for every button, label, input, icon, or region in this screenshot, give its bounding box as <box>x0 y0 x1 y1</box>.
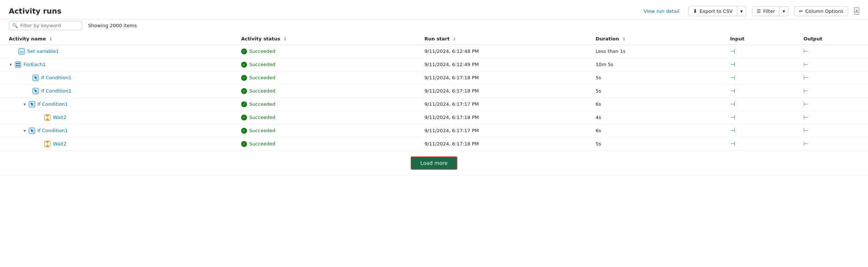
ifcondition-icon <box>32 75 39 81</box>
output-icon[interactable]: ⊢ <box>803 114 809 121</box>
svg-text:(x): (x) <box>20 50 23 54</box>
succeeded-icon: ✓ <box>241 75 247 81</box>
svg-rect-5 <box>16 65 18 66</box>
ifcondition-icon <box>29 127 35 134</box>
duration-cell: 5s <box>587 137 721 151</box>
search-icon: 🔍 <box>12 23 18 28</box>
column-options-icon: ✏ <box>799 8 803 14</box>
run-start-cell: 9/11/2024, 6:17:17 PM <box>416 98 587 111</box>
succeeded-icon: ✓ <box>241 141 247 147</box>
activity-name-cell: If Condition1 <box>0 84 232 98</box>
status-label: Succeeded <box>249 141 275 147</box>
output-icon[interactable]: ⊢ <box>803 48 809 55</box>
input-icon[interactable]: ⊣ <box>730 114 735 121</box>
chevron-down-icon: ▾ <box>782 8 785 14</box>
activity-name-label[interactable]: If Condition1 <box>41 75 72 80</box>
output-icon[interactable]: ⊢ <box>803 74 809 81</box>
input-icon[interactable]: ⊣ <box>730 127 735 134</box>
sort-icon[interactable]: ↕ <box>453 37 456 42</box>
run-start-cell: 9/11/2024, 6:17:18 PM <box>416 71 587 84</box>
output-cell: ⊢ <box>795 111 868 124</box>
input-icon[interactable]: ⊣ <box>730 101 735 108</box>
foreach-icon <box>15 61 21 68</box>
input-icon[interactable]: ⊣ <box>730 74 735 81</box>
activity-status-cell: ✓ Succeeded <box>232 111 416 124</box>
load-more-row: Load more <box>0 151 868 176</box>
run-start-cell: 9/11/2024, 6:17:17 PM <box>416 124 587 137</box>
output-icon[interactable]: ⊢ <box>803 140 809 147</box>
expand-collapse-button[interactable]: ▾ <box>23 127 26 134</box>
input-icon[interactable]: ⊣ <box>730 140 735 147</box>
input-cell: ⊣ <box>721 137 795 151</box>
svg-rect-6 <box>18 65 20 66</box>
sort-icon[interactable]: ↕ <box>622 37 625 42</box>
output-icon[interactable]: ⊢ <box>803 61 809 68</box>
run-start-cell: 9/11/2024, 6:17:18 PM <box>416 137 587 151</box>
panel-header: Activity runs View run detail ⬇ Export t… <box>0 0 868 19</box>
activity-name-cell: (x) Set variable1 <box>0 45 232 58</box>
col-header-output: Output <box>795 33 868 45</box>
activity-name-label[interactable]: If Condition1 <box>41 88 72 94</box>
input-icon[interactable]: ⊣ <box>730 87 735 94</box>
load-more-button[interactable]: Load more <box>411 156 457 170</box>
expand-collapse-button[interactable]: ▾ <box>9 61 12 68</box>
activity-name-label[interactable]: Wait2 <box>53 141 66 147</box>
duration-cell: Less than 1s <box>587 45 721 58</box>
activity-name-label[interactable]: Set variable1 <box>27 48 59 54</box>
duration-cell: 4s <box>587 111 721 124</box>
ifcondition-icon <box>29 101 35 108</box>
input-cell: ⊣ <box>721 45 795 58</box>
status-label: Succeeded <box>249 115 275 120</box>
sort-icon[interactable]: ↕ <box>49 37 52 42</box>
activity-name-label[interactable]: ForEach1 <box>23 62 46 67</box>
activity-status-cell: ✓ Succeeded <box>232 58 416 71</box>
filter-icon: ☰ <box>757 8 761 14</box>
expand-collapse-button[interactable]: ▾ <box>23 101 26 108</box>
status-label: Succeeded <box>249 88 275 94</box>
setvariable-icon: (x) <box>18 48 25 55</box>
input-icon[interactable]: ⊣ <box>730 61 735 68</box>
table-row: ▾ ForEach1 ✓ Succeeded 9/11/2024, 6:12:4… <box>0 58 868 71</box>
activity-runs-panel: Activity runs View run detail ⬇ Export t… <box>0 0 868 267</box>
input-cell: ⊣ <box>721 111 795 124</box>
table-header-row: Activity name ↕ Activity status ↕ Run st… <box>0 33 868 45</box>
activity-name-cell: Wait2 <box>0 111 232 124</box>
table-row: If Condition1 ✓ Succeeded 9/11/2024, 6:1… <box>0 71 868 84</box>
table-row: Wait2 ✓ Succeeded 9/11/2024, 6:17:18 PM4… <box>0 111 868 124</box>
activity-runs-table-container: Activity name ↕ Activity status ↕ Run st… <box>0 33 868 252</box>
export-csv-button[interactable]: ⬇ Export to CSV <box>689 6 737 16</box>
search-input[interactable] <box>20 23 79 28</box>
activity-name-label[interactable]: If Condition1 <box>37 128 68 133</box>
download-icon: ⬇ <box>693 8 697 14</box>
activity-name-cell: If Condition1 <box>0 71 232 84</box>
output-icon[interactable]: ⊢ <box>803 127 809 134</box>
activity-status-cell: ✓ Succeeded <box>232 45 416 58</box>
input-icon[interactable]: ⊣ <box>730 48 735 55</box>
output-icon[interactable]: ⊢ <box>803 87 809 94</box>
activity-status-cell: ✓ Succeeded <box>232 84 416 98</box>
export-dropdown-button[interactable]: ▾ <box>737 7 746 16</box>
status-label: Succeeded <box>249 48 275 54</box>
col-header-activity-name: Activity name ↕ <box>0 33 232 45</box>
activity-status-cell: ✓ Succeeded <box>232 98 416 111</box>
output-cell: ⊢ <box>795 98 868 111</box>
input-cell: ⊣ <box>721 84 795 98</box>
table-row: If Condition1 ✓ Succeeded 9/11/2024, 6:1… <box>0 84 868 98</box>
table-row: ▾ If Condition1 ✓ Succeeded 9/11/2024, 6… <box>0 98 868 111</box>
activity-name-cell: ▾ ForEach1 <box>0 58 232 71</box>
activity-runs-table: Activity name ↕ Activity status ↕ Run st… <box>0 33 868 176</box>
column-options-button[interactable]: ✏ Column Options <box>794 6 848 16</box>
activity-name-label[interactable]: Wait2 <box>53 115 66 120</box>
output-icon[interactable]: ⊢ <box>803 101 809 108</box>
view-run-detail-button[interactable]: View run detail <box>641 7 682 15</box>
ifcondition-icon <box>32 88 39 94</box>
filter-button[interactable]: ☰ Filter <box>752 7 780 16</box>
sort-icon[interactable]: ↕ <box>283 37 287 42</box>
table-row: (x) Set variable1 ✓ Succeeded 9/11/2024,… <box>0 45 868 58</box>
activity-name-label[interactable]: If Condition1 <box>37 101 68 107</box>
collapse-panel-button[interactable]: ∧ <box>854 7 859 15</box>
input-cell: ⊣ <box>721 124 795 137</box>
activity-name-cell: ▾ If Condition1 <box>0 124 232 137</box>
filter-dropdown-button[interactable]: ▾ <box>780 7 788 16</box>
activity-status-cell: ✓ Succeeded <box>232 124 416 137</box>
